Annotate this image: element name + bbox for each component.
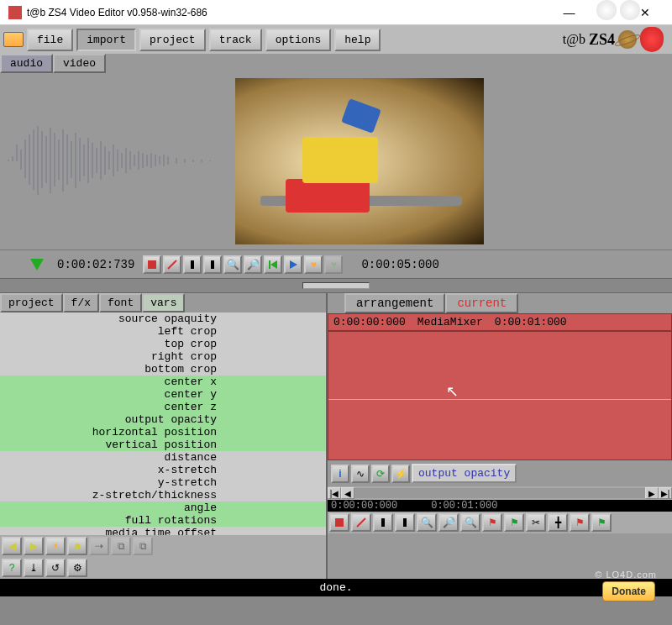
- tab-project[interactable]: project: [0, 293, 63, 312]
- playhead-marker-icon[interactable]: [30, 259, 44, 270]
- status-bar: done.: [0, 579, 672, 596]
- logo-area: t@b ZS4: [563, 27, 669, 52]
- output-opacity-button[interactable]: output opacity: [412, 464, 517, 483]
- link-button[interactable]: ⇢: [89, 537, 109, 555]
- track-menu[interactable]: track: [209, 29, 262, 51]
- flash-button[interactable]: ⚡: [391, 465, 410, 483]
- favorite-button[interactable]: ♥: [304, 255, 323, 274]
- help-button[interactable]: ?: [2, 559, 22, 577]
- param-row-vertical-position[interactable]: vertical position: [0, 439, 326, 451]
- options-menu[interactable]: options: [265, 29, 332, 51]
- help-menu[interactable]: help: [334, 29, 381, 51]
- param-row-right-crop[interactable]: right crop: [0, 350, 326, 363]
- zoom-in-button[interactable]: 🔍: [223, 255, 242, 274]
- param-row-top-crop[interactable]: top crop: [0, 338, 326, 350]
- param-row-output-opacity[interactable]: output opacity: [0, 413, 326, 426]
- paste-button[interactable]: ⧉: [133, 537, 153, 555]
- split-button[interactable]: ✂: [526, 513, 546, 532]
- flag-red2-button[interactable]: ⚑: [570, 513, 590, 532]
- param-row-source-opaquity[interactable]: source opaquity: [0, 312, 326, 325]
- cutline-button[interactable]: [163, 255, 181, 274]
- loop-button[interactable]: ⟳: [371, 465, 390, 483]
- scroll-right-end-button[interactable]: ▶|: [659, 487, 672, 499]
- folder-icon[interactable]: [3, 32, 24, 47]
- svg-rect-54: [403, 518, 407, 527]
- strawberry-icon: [640, 27, 664, 52]
- param-row-bottom-crop[interactable]: bottom crop: [0, 363, 326, 376]
- param-row-z-stretch-thickness[interactable]: z-stretch/thickness: [0, 489, 326, 502]
- minimize-button[interactable]: —: [550, 1, 588, 24]
- flag-green-button[interactable]: ⚑: [504, 513, 524, 532]
- tab-fx[interactable]: f/x: [63, 293, 99, 312]
- refresh-button[interactable]: ↺: [45, 559, 66, 577]
- tag-button[interactable]: ♥: [324, 255, 343, 274]
- scroll-left-start-button[interactable]: |◀: [328, 487, 341, 499]
- video-preview[interactable]: [235, 78, 484, 244]
- tl-record-button[interactable]: [329, 513, 349, 532]
- join-button[interactable]: ╋: [548, 513, 568, 532]
- next-key-button[interactable]: ▶: [24, 537, 44, 555]
- param-row-x-stretch[interactable]: x-stretch: [0, 464, 326, 476]
- info-button[interactable]: i: [331, 465, 349, 483]
- wave-button[interactable]: ∿: [351, 465, 370, 483]
- marker-out-button[interactable]: [203, 255, 222, 274]
- param-row-left-crop[interactable]: left crop: [0, 325, 326, 338]
- svg-rect-46: [191, 260, 194, 269]
- param-row-y-stretch[interactable]: y-stretch: [0, 476, 326, 489]
- svg-line-45: [168, 260, 176, 269]
- tl-zoom-in-button[interactable]: 🔍: [417, 513, 437, 532]
- param-row-horizontal-position[interactable]: horizontal position: [0, 426, 326, 439]
- pane-divider[interactable]: [0, 278, 672, 293]
- marker-in-button[interactable]: [183, 255, 202, 274]
- stop-button[interactable]: ■: [67, 537, 87, 555]
- copy-button[interactable]: ⧉: [111, 537, 131, 555]
- flag-red-button[interactable]: ⚑: [482, 513, 502, 532]
- import-menu[interactable]: import: [76, 29, 136, 51]
- record-button[interactable]: [143, 255, 161, 274]
- param-row-center-y[interactable]: center y: [0, 388, 326, 401]
- window-title: t@b ZS4 Video Editor v0.958-win32-686: [27, 7, 550, 18]
- timeline-ruler: 0:00:00:000 0:00:01:000: [328, 500, 672, 512]
- param-row-media-time-offset[interactable]: media time offset: [0, 527, 326, 535]
- cursor-icon: ↖: [446, 382, 459, 401]
- tl-zoom-out-button[interactable]: 🔎: [438, 513, 459, 532]
- svg-rect-53: [381, 518, 385, 527]
- scroll-left-button[interactable]: ◀: [341, 487, 354, 499]
- bunny-icon: [596, 0, 617, 20]
- tab-current[interactable]: current: [445, 293, 518, 313]
- svg-rect-49: [269, 260, 270, 269]
- logo-zs4: ZS4: [589, 31, 615, 49]
- play-button[interactable]: [284, 255, 302, 274]
- timeline-scrollbar[interactable]: |◀ ◀ ▶ ▶|: [328, 486, 672, 500]
- tab-font[interactable]: font: [99, 293, 142, 312]
- param-row-angle[interactable]: angle: [0, 502, 326, 514]
- prev-button[interactable]: [264, 255, 282, 274]
- tl-cutline-button[interactable]: [351, 513, 371, 532]
- tl-marker-out-button[interactable]: [395, 513, 415, 532]
- audio-waveform[interactable]: [0, 73, 235, 249]
- logo-text: t@b: [563, 32, 585, 47]
- param-row-distance[interactable]: distance: [0, 451, 326, 464]
- tab-arrangement[interactable]: arrangement: [344, 293, 445, 313]
- tab-vars[interactable]: vars: [142, 293, 185, 312]
- flag-green2-button[interactable]: ⚑: [591, 513, 612, 532]
- file-menu[interactable]: file: [27, 29, 73, 51]
- timeline-track[interactable]: ↖: [328, 331, 672, 460]
- parameter-list[interactable]: source opaquityleft croptop cropright cr…: [0, 312, 326, 535]
- tl-zoom-timeline-button[interactable]: 🔍: [460, 513, 480, 532]
- zoom-out-button[interactable]: 🔎: [244, 255, 262, 274]
- param-row-center-z[interactable]: center z: [0, 401, 326, 413]
- tab-video[interactable]: video: [53, 54, 106, 73]
- settings-button[interactable]: ⚙: [67, 559, 87, 577]
- tl-marker-in-button[interactable]: [373, 513, 393, 532]
- donate-button[interactable]: Donate: [602, 581, 655, 601]
- svg-line-52: [357, 518, 365, 527]
- project-menu[interactable]: project: [139, 29, 206, 51]
- param-row-center-x[interactable]: center x: [0, 376, 326, 388]
- prev-key-button[interactable]: ◀: [2, 537, 22, 555]
- param-row-full-rotations[interactable]: full rotations: [0, 514, 326, 527]
- tab-audio[interactable]: audio: [0, 54, 53, 73]
- export-button[interactable]: ⤓: [24, 559, 44, 577]
- scroll-right-button[interactable]: ▶: [645, 487, 659, 499]
- keyframe-button[interactable]: ☀: [45, 537, 66, 555]
